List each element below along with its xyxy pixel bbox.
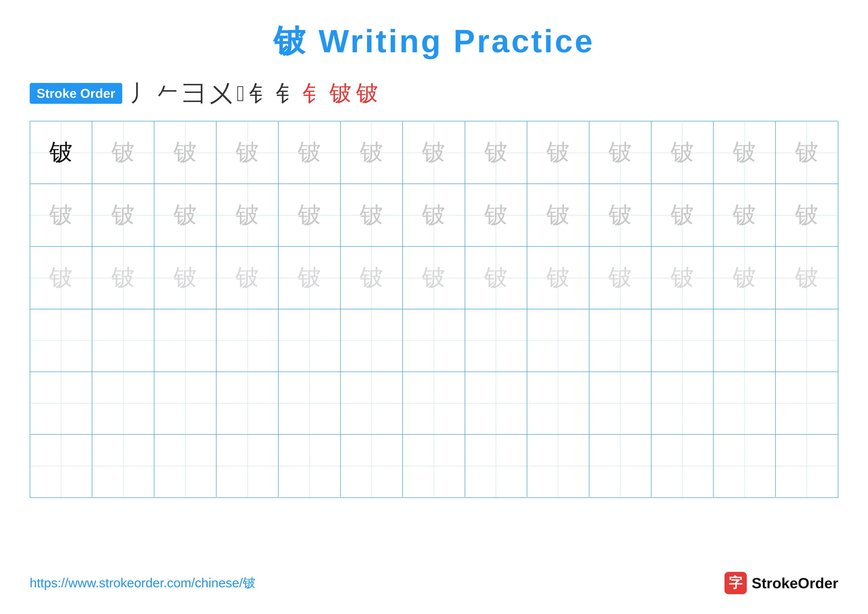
cell-4-1[interactable] bbox=[30, 309, 92, 372]
cell-6-9[interactable] bbox=[527, 435, 589, 497]
cell-2-11: 铍 bbox=[651, 184, 714, 246]
cell-6-8[interactable] bbox=[465, 435, 527, 497]
stroke-5: 𠃍 bbox=[237, 81, 245, 106]
stroke-3: ⺕ bbox=[183, 78, 205, 109]
cell-2-2: 铍 bbox=[92, 184, 154, 246]
cell-2-5: 铍 bbox=[279, 184, 341, 246]
cell-6-10[interactable] bbox=[589, 435, 651, 497]
cell-1-4: 铍 bbox=[217, 121, 279, 183]
cell-6-4[interactable] bbox=[217, 435, 279, 497]
cell-5-13[interactable] bbox=[776, 372, 838, 434]
cell-3-1: 铍 bbox=[30, 247, 92, 309]
cell-5-2[interactable] bbox=[92, 372, 154, 434]
practice-grid: 铍 铍 铍 铍 铍 铍 铍 铍 铍 铍 铍 铍 铍 铍 铍 铍 铍 铍 铍 铍 … bbox=[30, 121, 838, 498]
cell-1-2: 铍 bbox=[92, 121, 154, 183]
cell-1-13: 铍 bbox=[776, 121, 838, 183]
cell-4-6[interactable] bbox=[341, 309, 403, 372]
cell-2-1: 铍 bbox=[30, 184, 92, 246]
cell-4-4[interactable] bbox=[217, 309, 279, 372]
cell-3-8: 铍 bbox=[465, 247, 527, 309]
cell-2-7: 铍 bbox=[403, 184, 465, 246]
cell-6-5[interactable] bbox=[279, 435, 341, 497]
cell-2-12: 铍 bbox=[714, 184, 776, 246]
cell-2-3: 铍 bbox=[154, 184, 217, 246]
stroke-10: 铍 bbox=[356, 78, 378, 109]
stroke-order-badge: Stroke Order bbox=[30, 83, 122, 104]
footer-url[interactable]: https://www.strokeorder.com/chinese/铍 bbox=[30, 574, 256, 592]
cell-2-9: 铍 bbox=[527, 184, 589, 246]
cell-6-3[interactable] bbox=[154, 435, 217, 497]
cell-5-4[interactable] bbox=[217, 372, 279, 434]
stroke-7: 钅 bbox=[276, 78, 298, 109]
cell-6-13[interactable] bbox=[776, 435, 838, 497]
cell-4-10[interactable] bbox=[589, 309, 651, 372]
cell-5-8[interactable] bbox=[465, 372, 527, 434]
cell-5-9[interactable] bbox=[527, 372, 589, 434]
grid-row-1: 铍 铍 铍 铍 铍 铍 铍 铍 铍 铍 铍 铍 铍 bbox=[30, 121, 838, 184]
cell-3-6: 铍 bbox=[341, 247, 403, 309]
cell-4-11[interactable] bbox=[651, 309, 714, 372]
grid-row-5 bbox=[30, 372, 838, 435]
cell-4-3[interactable] bbox=[154, 309, 217, 372]
cell-3-11: 铍 bbox=[651, 247, 714, 309]
cell-1-1: 铍 bbox=[30, 121, 92, 183]
cell-4-5[interactable] bbox=[279, 309, 341, 372]
stroke-order-row: Stroke Order 丿 𠂉 ⺕ 㐅 𠃍 钅 钅 钅 铍 铍 bbox=[30, 78, 838, 109]
cell-3-13: 铍 bbox=[776, 247, 838, 309]
cell-6-11[interactable] bbox=[651, 435, 714, 497]
cell-3-4: 铍 bbox=[217, 247, 279, 309]
cell-4-12[interactable] bbox=[714, 309, 776, 372]
cell-4-7[interactable] bbox=[403, 309, 465, 372]
grid-row-4 bbox=[30, 309, 838, 372]
cell-5-12[interactable] bbox=[714, 372, 776, 434]
cell-3-7: 铍 bbox=[403, 247, 465, 309]
brand-name: StrokeOrder bbox=[752, 575, 838, 592]
stroke-2: 𠂉 bbox=[157, 81, 179, 106]
cell-1-7: 铍 bbox=[403, 121, 465, 183]
cell-4-13[interactable] bbox=[776, 309, 838, 372]
cell-5-3[interactable] bbox=[154, 372, 217, 434]
cell-5-10[interactable] bbox=[589, 372, 651, 434]
cell-4-9[interactable] bbox=[527, 309, 589, 372]
cell-1-3: 铍 bbox=[154, 121, 217, 183]
cell-6-7[interactable] bbox=[403, 435, 465, 497]
cell-1-5: 铍 bbox=[279, 121, 341, 183]
stroke-9: 铍 bbox=[329, 78, 352, 109]
stroke-1: 丿 bbox=[130, 78, 152, 109]
cell-6-6[interactable] bbox=[341, 435, 403, 497]
stroke-6: 钅 bbox=[249, 78, 271, 109]
cell-2-4: 铍 bbox=[217, 184, 279, 246]
stroke-8: 钅 bbox=[302, 78, 325, 109]
cell-5-6[interactable] bbox=[341, 372, 403, 434]
grid-row-3: 铍 铍 铍 铍 铍 铍 铍 铍 铍 铍 铍 铍 铍 bbox=[30, 247, 838, 309]
cell-3-3: 铍 bbox=[154, 247, 217, 309]
brand-icon: 字 bbox=[724, 572, 747, 594]
cell-2-6: 铍 bbox=[341, 184, 403, 246]
cell-2-8: 铍 bbox=[465, 184, 527, 246]
cell-6-12[interactable] bbox=[714, 435, 776, 497]
cell-1-8: 铍 bbox=[465, 121, 527, 183]
cell-1-12: 铍 bbox=[714, 121, 776, 183]
cell-6-2[interactable] bbox=[92, 435, 154, 497]
stroke-4: 㐅 bbox=[210, 78, 232, 109]
cell-3-12: 铍 bbox=[714, 247, 776, 309]
cell-5-5[interactable] bbox=[279, 372, 341, 434]
cell-2-13: 铍 bbox=[776, 184, 838, 246]
cell-3-2: 铍 bbox=[92, 247, 154, 309]
cell-1-6: 铍 bbox=[341, 121, 403, 183]
footer: https://www.strokeorder.com/chinese/铍 字 … bbox=[30, 572, 838, 594]
cell-5-11[interactable] bbox=[651, 372, 714, 434]
cell-2-10: 铍 bbox=[589, 184, 651, 246]
cell-5-7[interactable] bbox=[403, 372, 465, 434]
stroke-sequence: 丿 𠂉 ⺕ 㐅 𠃍 钅 钅 钅 铍 铍 bbox=[130, 78, 378, 109]
cell-6-1[interactable] bbox=[30, 435, 92, 497]
cell-1-11: 铍 bbox=[651, 121, 714, 183]
cell-4-8[interactable] bbox=[465, 309, 527, 372]
grid-row-2: 铍 铍 铍 铍 铍 铍 铍 铍 铍 铍 铍 铍 铍 bbox=[30, 184, 838, 247]
page: 铍 Writing Practice Stroke Order 丿 𠂉 ⺕ 㐅 … bbox=[0, 0, 868, 614]
footer-brand: 字 StrokeOrder bbox=[724, 572, 838, 594]
cell-5-1[interactable] bbox=[30, 372, 92, 434]
page-title: 铍 Writing Practice bbox=[30, 20, 838, 64]
cell-3-10: 铍 bbox=[589, 247, 651, 309]
cell-4-2[interactable] bbox=[92, 309, 154, 372]
